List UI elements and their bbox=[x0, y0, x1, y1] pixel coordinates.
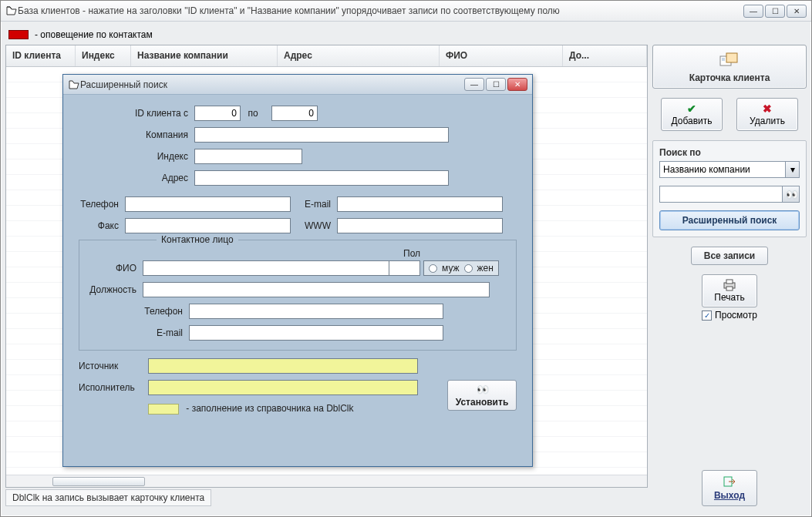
add-button[interactable]: ✔ Добавить bbox=[661, 98, 723, 131]
dialog-body: ID клиента с по Компания Индекс Адрес bbox=[63, 95, 532, 428]
scrollbar-thumb[interactable] bbox=[52, 477, 145, 486]
dialog-close-button[interactable]: ✕ bbox=[507, 78, 527, 91]
dialog-title: Расширенный поиск bbox=[80, 79, 464, 90]
index-input[interactable] bbox=[194, 149, 302, 164]
app-icon bbox=[5, 5, 18, 16]
phone-input[interactable] bbox=[125, 196, 291, 212]
all-records-button[interactable]: Все записи bbox=[691, 247, 768, 265]
search-panel: Поиск по Названию компании ▾ 👀 Расширенн… bbox=[652, 140, 807, 237]
company-input[interactable] bbox=[194, 127, 449, 143]
position-input[interactable] bbox=[143, 282, 490, 297]
fio-label: ФИО bbox=[89, 263, 143, 274]
contact-email-label: E-mail bbox=[89, 327, 189, 338]
company-label: Компания bbox=[79, 129, 194, 140]
dialog-maximize-button[interactable]: ☐ bbox=[486, 78, 506, 91]
set-button[interactable]: 👀 Установить bbox=[447, 380, 517, 411]
right-sidebar: Карточка клиента ✔ Добавить ✖ Удалить По… bbox=[652, 45, 807, 506]
exit-button[interactable]: Выход bbox=[702, 470, 757, 506]
svg-rect-1 bbox=[726, 53, 737, 62]
window-buttons: — ☐ ✕ bbox=[743, 5, 807, 18]
horizontal-scrollbar[interactable] bbox=[6, 475, 647, 487]
preview-checkbox-row[interactable]: ✓ Просмотр bbox=[702, 310, 757, 321]
contact-phone-label: Телефон bbox=[89, 306, 189, 317]
check-icon: ✔ bbox=[662, 102, 722, 116]
search-input[interactable] bbox=[659, 186, 783, 203]
delete-label: Удалить bbox=[737, 116, 797, 126]
dialog-titlebar[interactable]: Расширенный поиск — ☐ ✕ bbox=[63, 75, 532, 95]
executor-label: Исполнитель bbox=[79, 380, 148, 393]
male-radio[interactable] bbox=[429, 264, 437, 273]
minimize-button[interactable]: — bbox=[743, 5, 763, 18]
col-fio[interactable]: ФИО bbox=[440, 45, 563, 66]
binoculars-icon: 👀 bbox=[786, 189, 797, 200]
contact-email-input[interactable] bbox=[189, 325, 443, 341]
id-to-label: по bbox=[241, 108, 271, 119]
col-address[interactable]: Адрес bbox=[278, 45, 440, 66]
index-label: Индекс bbox=[79, 151, 194, 162]
fio-input[interactable] bbox=[143, 260, 389, 276]
print-section: Печать ✓ Просмотр bbox=[652, 274, 807, 321]
add-label: Добавить bbox=[662, 116, 722, 126]
email-input[interactable] bbox=[337, 196, 503, 212]
col-index[interactable]: Индекс bbox=[76, 45, 131, 66]
phone-label: Телефон bbox=[79, 199, 125, 210]
content-area: - оповещение по контактам ID клиента Инд… bbox=[1, 22, 811, 516]
advanced-search-dialog: Расширенный поиск — ☐ ✕ ID клиента с по … bbox=[62, 74, 533, 467]
grid-header: ID клиента Индекс Название компании Адре… bbox=[6, 45, 647, 67]
exit-icon bbox=[702, 475, 756, 490]
all-records-label: Все записи bbox=[704, 250, 756, 261]
print-label: Печать bbox=[702, 292, 756, 303]
fax-label: Факс bbox=[79, 220, 125, 231]
status-bar: DblClk на запись вызывает карточку клиен… bbox=[5, 489, 211, 506]
gender-short-input[interactable] bbox=[389, 260, 420, 276]
yellow-hint: - заполнение из справочника на DblClk bbox=[186, 403, 353, 414]
maximize-button[interactable]: ☐ bbox=[765, 5, 785, 18]
id-to-input[interactable] bbox=[271, 106, 318, 121]
female-radio[interactable] bbox=[464, 264, 473, 273]
legend-text: - оповещение по контактам bbox=[35, 29, 153, 40]
titlebar: База клиентов - нажатие на заголовки "ID… bbox=[1, 1, 811, 22]
preview-checkbox[interactable]: ✓ bbox=[702, 311, 712, 321]
preview-label: Просмотр bbox=[715, 310, 757, 321]
search-by-label: Поиск по bbox=[659, 147, 800, 158]
id-from-input[interactable] bbox=[194, 106, 241, 121]
source-input[interactable] bbox=[148, 358, 418, 374]
chevron-down-icon[interactable]: ▾ bbox=[786, 161, 800, 178]
svg-rect-5 bbox=[726, 287, 733, 290]
set-label: Установить bbox=[456, 397, 509, 408]
legend-swatch-red bbox=[8, 30, 29, 39]
executor-input[interactable] bbox=[148, 380, 418, 395]
www-input[interactable] bbox=[337, 218, 503, 233]
address-input[interactable] bbox=[194, 170, 449, 186]
col-position[interactable]: До... bbox=[563, 45, 647, 66]
dialog-app-icon bbox=[68, 79, 80, 90]
position-label: Должность bbox=[89, 284, 143, 295]
gender-label: Пол bbox=[403, 248, 420, 259]
search-by-select[interactable]: Названию компании ▾ bbox=[659, 161, 800, 178]
address-label: Адрес bbox=[79, 173, 194, 183]
fax-input[interactable] bbox=[125, 218, 291, 233]
search-button[interactable]: 👀 bbox=[783, 186, 800, 203]
client-card-label: Карточка клиента bbox=[656, 70, 803, 83]
id-from-label: ID клиента с bbox=[79, 108, 194, 119]
dialog-minimize-button[interactable]: — bbox=[464, 78, 484, 91]
advanced-search-button[interactable]: Расширенный поиск bbox=[659, 210, 800, 230]
dialog-window-buttons: — ☐ ✕ bbox=[464, 78, 527, 91]
svg-rect-4 bbox=[726, 280, 733, 284]
contact-legend: Контактное лицо bbox=[157, 234, 238, 245]
x-icon: ✖ bbox=[737, 102, 797, 116]
gender-radio-group: муж жен bbox=[423, 260, 499, 276]
search-by-value[interactable]: Названию компании bbox=[659, 161, 786, 178]
col-company[interactable]: Название компании bbox=[131, 45, 278, 66]
close-button[interactable]: ✕ bbox=[787, 5, 807, 18]
male-label: муж bbox=[442, 263, 460, 274]
legend-row: - оповещение по контактам bbox=[5, 26, 807, 45]
client-card-button[interactable]: Карточка клиента bbox=[652, 45, 807, 89]
printer-icon bbox=[702, 278, 756, 292]
contact-phone-input[interactable] bbox=[189, 304, 443, 319]
col-id[interactable]: ID клиента bbox=[6, 45, 76, 66]
add-delete-row: ✔ Добавить ✖ Удалить bbox=[652, 98, 807, 131]
delete-button[interactable]: ✖ Удалить bbox=[736, 98, 798, 131]
print-button[interactable]: Печать bbox=[702, 274, 757, 307]
yellow-legend-swatch bbox=[148, 404, 179, 415]
